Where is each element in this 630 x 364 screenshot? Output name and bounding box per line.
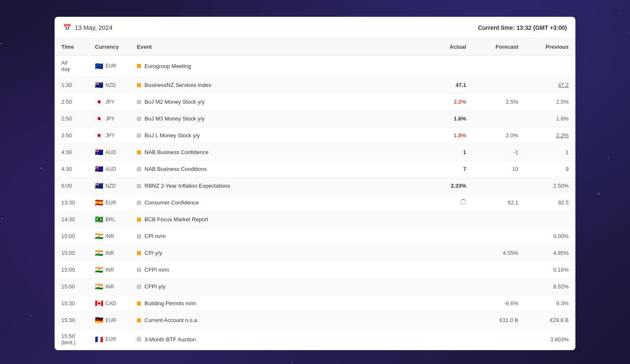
calendar-icon: 📅 (63, 24, 71, 31)
time-cell: 15:00 (55, 228, 88, 245)
actual-value: 1 (424, 144, 475, 161)
currency-code: EUR (105, 317, 116, 323)
table-row: 13:30🇪🇸EURConsumer Confidence82.182.5 (55, 194, 575, 211)
previous-value: 2.5% (525, 94, 575, 110)
forecast-value (475, 329, 525, 350)
col-event: Event (130, 39, 424, 55)
event-cell: BoJ L Money Stock y/y (130, 127, 424, 144)
flag-icon: 🇳🇿 (95, 81, 103, 89)
event-cell: RBNZ 2-Year Inflation Expectations (130, 178, 424, 194)
currency-code: INR (105, 284, 114, 290)
event-name: BoJ M3 Money Stock y/y (144, 115, 205, 122)
event-cell: CPI y/y (130, 245, 424, 262)
actual-value: 7 (424, 161, 475, 178)
event-cell: NAB Business Confidence (130, 144, 424, 161)
previous-value (525, 211, 575, 228)
event-cell: 3-Month BTF Auction (130, 329, 424, 350)
importance-indicator (137, 64, 141, 68)
currency-code: INR (105, 250, 114, 256)
table-row: 2:50🇯🇵JPYBoJ L Money Stock y/y1.8%2.0%2.… (55, 127, 575, 144)
event-cell: Current Account n.s.a. (130, 312, 424, 329)
importance-indicator (137, 318, 141, 322)
actual-value (424, 245, 475, 262)
currency-cell: 🇮🇳INR (88, 228, 130, 245)
forecast-value: €31.0 B (475, 312, 525, 329)
table-row: 2:50🇯🇵JPYBoJ M2 Money Stock y/y2.2%2.5%2… (55, 94, 575, 110)
forecast-value (475, 110, 525, 127)
time-cell: 6:00 (55, 178, 88, 194)
currency-code: EUR (105, 336, 116, 342)
importance-indicator (137, 134, 141, 138)
importance-indicator (137, 251, 141, 255)
event-name: CFPI y/y (144, 283, 165, 290)
table-row: 6:00🇳🇿NZDRBNZ 2-Year Inflation Expectati… (55, 178, 575, 194)
actual-value: 2.2% (424, 94, 475, 110)
table-row: 15:00🇮🇳INRCFPI m/m0.16% (55, 262, 575, 278)
previous-value: 1.8% (525, 110, 575, 127)
forecast-value (475, 262, 525, 278)
currency-cell: 🇦🇺AUD (88, 161, 130, 178)
event-cell: BusinessNZ Services Index (130, 77, 424, 94)
currency-code: INR (105, 233, 114, 239)
currency-cell: 🇨🇦CAD (88, 295, 130, 312)
currency-code: AUD (105, 149, 116, 155)
previous-value: 0.16% (525, 262, 575, 278)
time-cell: 13:30 (55, 194, 88, 211)
flag-icon: 🇦🇺 (95, 165, 103, 173)
currency-cell: 🇪🇸EUR (88, 194, 130, 211)
event-name: NAB Business Conditions (144, 166, 207, 172)
currency-cell: 🇮🇳INR (88, 245, 130, 262)
importance-indicator (137, 301, 141, 306)
currency-cell: 🇫🇷EUR (88, 329, 130, 350)
previous-value: 2.50% (525, 178, 575, 194)
previous-value: €29.8 B (525, 312, 575, 329)
time-cell: 2:50 (55, 127, 88, 144)
previous-value: 3.803% (525, 329, 575, 350)
forecast-value (475, 77, 525, 94)
actual-value (424, 329, 475, 350)
importance-indicator (137, 117, 141, 121)
previous-value: 9 (525, 161, 575, 178)
currency-code: BRL (105, 217, 115, 223)
col-currency: Currency (88, 39, 130, 55)
importance-indicator (137, 234, 141, 238)
currency-cell: 🇯🇵JPY (88, 127, 130, 144)
forecast-value (475, 228, 525, 245)
time-cell: 15:30 (55, 295, 88, 312)
forecast-value: 2.0% (475, 127, 525, 144)
economic-calendar-table: Time Currency Event Actual Forecast Prev… (55, 39, 575, 350)
event-name: Current Account n.s.a. (144, 317, 199, 323)
currency-cell: 🇯🇵JPY (88, 94, 130, 110)
actual-value (424, 295, 475, 312)
actual-value (424, 228, 475, 245)
table-row: 15:00🇮🇳INRCPI m/m0.00% (55, 228, 575, 245)
time-cell: 14:30 (55, 211, 88, 228)
forecast-value (475, 55, 525, 77)
forecast-value: 2.5% (475, 94, 525, 110)
importance-indicator (137, 217, 141, 222)
importance-indicator (137, 337, 141, 341)
currency-code: CAD (105, 301, 116, 306)
table-row: 15:00🇮🇳INRCFPI y/y8.52% (55, 278, 575, 295)
event-name: BoJ M2 Money Stock y/y (144, 99, 205, 105)
time-cell: 15:00 (55, 278, 88, 295)
col-forecast: Forecast (475, 39, 525, 55)
flag-icon: 🇮🇳 (95, 249, 103, 257)
forecast-value: -9.6% (475, 295, 525, 312)
time-cell: 15:00 (55, 262, 88, 278)
previous-value: 1 (525, 144, 575, 161)
previous-value: 0.00% (525, 228, 575, 245)
previous-value: 82.5 (525, 194, 575, 211)
actual-value: 47.1 (424, 77, 475, 94)
previous-value: 8.52% (525, 278, 575, 295)
table-row: 15:30🇨🇦CADBuilding Permits m/m-9.6%9.3% (55, 295, 575, 312)
importance-indicator (137, 167, 141, 171)
actual-value: 2.33% (424, 178, 475, 194)
time-cell: 2:50 (55, 110, 88, 127)
event-name: BCB Focus Market Report (144, 216, 208, 223)
event-cell: BCB Focus Market Report (130, 211, 424, 228)
flag-icon: 🇫🇷 (95, 335, 103, 343)
currency-cell: 🇮🇳INR (88, 262, 130, 278)
actual-value (424, 262, 475, 278)
forecast-value (475, 211, 525, 228)
